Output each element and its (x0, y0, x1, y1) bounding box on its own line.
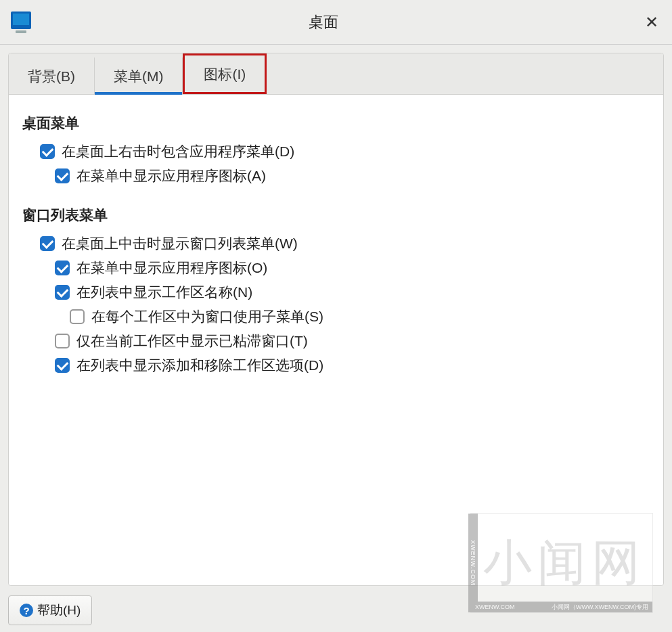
section-window-list-menu: 窗口列表菜单 在桌面上中击时显示窗口列表菜单(W) 在菜单中显示应用程序图标(O… (22, 206, 650, 375)
label-submenu-per-ws: 在每个工作区中为窗口使用子菜单(S) (91, 307, 323, 326)
content-outer: 背景(B) 菜单(M) 图标(I) 桌面菜单 在桌面上右击时包含应用程序菜单(D… (0, 45, 672, 594)
option-middle-click: 在桌面上中击时显示窗口列表菜单(W) (40, 234, 650, 253)
label-include-app-menu: 在桌面上右击时包含应用程序菜单(D) (62, 142, 294, 161)
tab-bar: 背景(B) 菜单(M) 图标(I) (9, 53, 663, 95)
titlebar: 桌面 ✕ (0, 0, 672, 45)
checkbox-add-remove-ws[interactable] (55, 358, 70, 373)
checkbox-show-ws-names[interactable] (55, 285, 70, 300)
checkbox-include-app-menu[interactable] (40, 144, 55, 159)
watermark-glyph-3: 网 (591, 539, 640, 587)
help-label: 帮助(H) (37, 602, 81, 619)
label-show-app-icons-o: 在菜单中显示应用程序图标(O) (76, 258, 267, 277)
watermark-foot-left: XWENW.COM (475, 604, 515, 610)
option-submenu-per-ws: 在每个工作区中为窗口使用子菜单(S) (70, 307, 650, 326)
checkbox-submenu-per-ws[interactable] (70, 309, 85, 324)
label-middle-click: 在桌面上中击时显示窗口列表菜单(W) (62, 234, 298, 253)
option-show-ws-names: 在列表中显示工作区名称(N) (55, 283, 650, 302)
section-desktop-menu: 桌面菜单 在桌面上右击时包含应用程序菜单(D) 在菜单中显示应用程序图标(A) (22, 114, 650, 185)
watermark-overlay: XWENW.COM 小 闻 网 XWENW.COM 小闻网（WWW.XWENW.… (470, 513, 653, 613)
checkbox-middle-click[interactable] (40, 236, 55, 251)
label-show-app-icons-a: 在菜单中显示应用程序图标(A) (76, 166, 266, 185)
watermark-foot: XWENW.COM 小闻网（WWW.XWENW.COM)专用 (471, 602, 652, 612)
watermark-foot-right: 小闻网（WWW.XWENW.COM)专用 (552, 603, 648, 612)
label-add-remove-ws: 在列表中显示添加和移除工作区选项(D) (76, 356, 323, 375)
label-show-ws-names: 在列表中显示工作区名称(N) (76, 283, 252, 302)
tab-pane: 桌面菜单 在桌面上右击时包含应用程序菜单(D) 在菜单中显示应用程序图标(A) … (9, 95, 663, 585)
section-title-desktop-menu: 桌面菜单 (22, 114, 650, 133)
watermark-glyph-2: 闻 (537, 539, 586, 587)
option-show-app-icons-o: 在菜单中显示应用程序图标(O) (55, 258, 650, 277)
option-add-remove-ws: 在列表中显示添加和移除工作区选项(D) (55, 356, 650, 375)
checkbox-show-app-icons-a[interactable] (55, 168, 70, 183)
option-show-app-icons-a: 在菜单中显示应用程序图标(A) (55, 166, 650, 185)
watermark-glyph-1: 小 (483, 539, 532, 587)
option-sticky-current: 仅在当前工作区中显示已粘滞窗口(T) (55, 332, 650, 351)
window-title: 桌面 (4, 12, 642, 32)
tab-menu[interactable]: 菜单(M) (95, 58, 183, 94)
checkbox-show-app-icons-o[interactable] (55, 261, 70, 275)
option-include-app-menu: 在桌面上右击时包含应用程序菜单(D) (40, 142, 650, 161)
tab-background[interactable]: 背景(B) (9, 58, 95, 94)
watermark-side: XWENW.COM (468, 514, 478, 612)
help-button[interactable]: ? 帮助(H) (8, 595, 92, 625)
close-icon[interactable]: ✕ (642, 13, 661, 32)
checkbox-sticky-current[interactable] (55, 334, 70, 348)
label-sticky-current: 仅在当前工作区中显示已粘滞窗口(T) (76, 332, 308, 351)
section-title-window-list: 窗口列表菜单 (22, 206, 650, 225)
tab-icons[interactable]: 图标(I) (183, 53, 267, 94)
content-panel: 背景(B) 菜单(M) 图标(I) 桌面菜单 在桌面上右击时包含应用程序菜单(D… (8, 53, 664, 586)
help-icon: ? (20, 604, 33, 617)
